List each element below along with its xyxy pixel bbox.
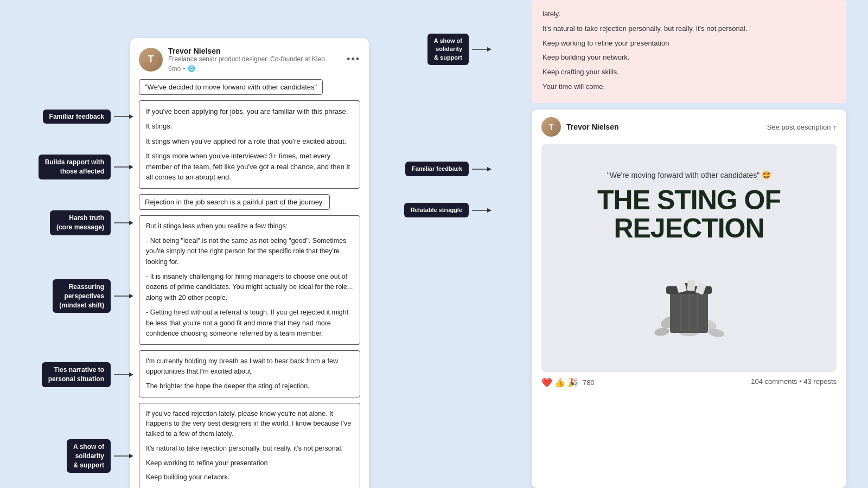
linkedin-card-footer: ❤️ 👍 🎉 780 104 comments • 43 reposts (532, 372, 846, 393)
avatar: T (139, 48, 163, 72)
post-header-left: T Trevor Nielsen Freelance senior produc… (139, 47, 327, 73)
right-solidarity-label: A show ofsolidarity& support (427, 34, 469, 65)
ties-narrative-label: Ties narrative to personal situation (42, 362, 111, 387)
svg-point-21 (654, 326, 670, 337)
familiar-feedback-arrow (114, 113, 133, 120)
right-familiar-annotation: Familiar feedback (391, 162, 492, 176)
harsh-truth-annotation: Harsh truth (core message) (0, 210, 133, 235)
builds-rapport-label: Builds rapport with those affected (39, 155, 111, 179)
harsh-truth-arrow (114, 219, 133, 227)
linkedin-preview-card: T Trevor Nielsen See post description ↑ … (532, 110, 846, 488)
right-main: lately. It's natural to take rejection p… (499, 0, 868, 488)
reactions-count: 780 (583, 378, 595, 387)
svg-marker-15 (487, 167, 492, 171)
right-familiar-arrow (472, 165, 492, 173)
linkedin-card-header: T Trevor Nielsen See post description ↑ (532, 110, 846, 144)
post-card: T Trevor Nielsen Freelance senior produc… (130, 38, 369, 488)
reassuring-arrow (114, 292, 133, 300)
right-relatable-annotation: Relatable struggle (391, 203, 492, 217)
harsh-truth-text: Rejection in the job search is a painful… (139, 194, 330, 210)
quoted-text: "We've decided to move forward with othe… (139, 79, 323, 95)
svg-rect-30 (687, 280, 695, 291)
reaction-icons: ❤️ 👍 🎉 780 (541, 377, 595, 388)
svg-marker-5 (129, 221, 133, 225)
post-meta: 9mo • 🌐 (168, 65, 327, 73)
post-title: THE STING OF REJECTION (597, 186, 781, 243)
right-annotations-col: A show ofsolidarity& support Familiar fe… (391, 0, 499, 488)
left-panel: T Trevor Nielsen Freelance senior produc… (0, 0, 391, 488)
solidarity-annotation: A show of solidarity & support (0, 439, 133, 473)
linkedin-header-left: T Trevor Nielsen (541, 117, 619, 137)
solidarity-block: If you've faced rejection lately, please… (139, 403, 360, 488)
familiar-feedback-annotation: Familiar feedback (0, 110, 133, 124)
svg-marker-7 (129, 294, 133, 298)
svg-marker-9 (129, 373, 133, 377)
builds-rapport-block: If you've been applying for jobs, you ar… (139, 100, 360, 189)
comments-count: 104 comments (751, 377, 797, 386)
svg-marker-3 (129, 165, 133, 169)
svg-marker-17 (487, 208, 492, 213)
left-content: T Trevor Nielsen Freelance senior produc… (0, 38, 391, 488)
builds-rapport-arrow (114, 163, 133, 171)
post-quote: "We're moving forward with other candida… (607, 171, 771, 179)
see-post-link[interactable]: See post description ↑ (767, 123, 837, 131)
trash-can-illustration (640, 252, 738, 346)
svg-marker-13 (487, 47, 492, 52)
reposts-count: 43 reposts (803, 377, 837, 386)
harsh-truth-label: Harsh truth (core message) (50, 210, 111, 235)
right-area: A show ofsolidarity& support Familiar fe… (391, 0, 868, 488)
familiar-feedback-label: Familiar feedback (43, 110, 111, 124)
author-title: Freelance senior product designer. Co-fo… (168, 55, 327, 64)
ties-narrative-annotation: Ties narrative to personal situation (0, 362, 133, 387)
reassuring-block: But it stings less when you realize a fe… (139, 215, 360, 345)
trash-can-svg (640, 252, 738, 344)
author-name: Trevor Nielsen (168, 47, 327, 55)
reassuring-label: Reassuring perspectives (mindset shift) (53, 279, 111, 313)
solidarity-label: A show of solidarity & support (67, 439, 111, 473)
right-relatable-arrow (472, 207, 492, 214)
post-image-area: "We're moving forward with other candida… (541, 144, 837, 372)
right-relatable-label: Relatable struggle (404, 203, 469, 217)
personal-block: I'm currently holding my breath as I wai… (139, 350, 360, 397)
right-solidarity-arrow (472, 46, 492, 53)
engagement-stats: 104 comments • 43 reposts (751, 377, 837, 388)
builds-rapport-annotation: Builds rapport with those affected (0, 155, 133, 179)
solidarity-arrow (114, 452, 133, 460)
svg-marker-11 (129, 454, 133, 458)
harsh-truth-block: Rejection in the job search is a painful… (139, 194, 360, 210)
linkedin-avatar: T (541, 117, 561, 137)
quoted-text-block: "We've decided to move forward with othe… (139, 79, 360, 95)
post-header: T Trevor Nielsen Freelance senior produc… (139, 47, 360, 73)
linkedin-author-name: Trevor Nielsen (566, 123, 619, 131)
author-info: Trevor Nielsen Freelance senior product … (168, 47, 327, 73)
more-options-button[interactable]: ••• (347, 54, 360, 65)
right-familiar-label: Familiar feedback (405, 162, 469, 176)
solidarity-content-card: lately. It's natural to take rejection p… (532, 0, 846, 103)
globe-icon: 🌐 (188, 65, 195, 72)
svg-marker-1 (129, 114, 133, 119)
reassuring-annotation: Reassuring perspectives (mindset shift) (0, 279, 133, 313)
ties-narrative-arrow (114, 371, 133, 378)
right-solidarity-annotation: A show ofsolidarity& support (391, 34, 492, 65)
